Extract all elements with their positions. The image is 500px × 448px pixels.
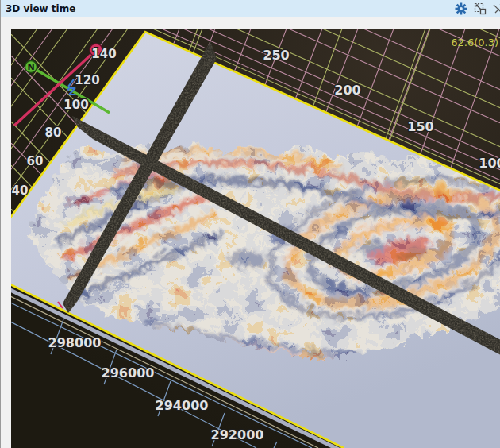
scale-readout: 62.6(0.3) [451,37,498,48]
crossline-tick: 80 [45,126,62,140]
inline-tick: 100 [479,156,500,171]
crossline-tick: 40 [12,183,29,198]
inline-tick: 150 [407,119,433,134]
crossline-tick: 60 [27,154,44,168]
northing-tick: 294000 [156,398,209,413]
crossline-tick: 140 [91,47,116,61]
partial-tool-icon[interactable] [493,2,500,15]
3d-scene[interactable]: N E Z 140 120 100 80 60 40 250 20 [11,29,500,448]
north-label: N [27,62,34,72]
settings-gear-icon[interactable] [455,2,467,15]
northing-tick: 298000 [48,335,102,350]
northing-tick: 292000 [211,427,264,442]
inline-tick: 250 [263,48,289,63]
window-title: 3D view time [1,3,75,14]
3d-viewport[interactable]: N E Z 140 120 100 80 60 40 250 20 [11,29,500,448]
dock-titlebar[interactable]: 3D view time [1,0,500,17]
titlebar-icons [455,0,500,17]
crossline-tick: 100 [63,98,88,112]
3d-view-window: 3D view time [0,0,500,448]
inline-tick: 200 [334,83,360,98]
northing-tick: 296000 [102,365,155,380]
dock-restore-icon[interactable] [474,2,487,15]
crossline-tick: 120 [75,73,99,87]
